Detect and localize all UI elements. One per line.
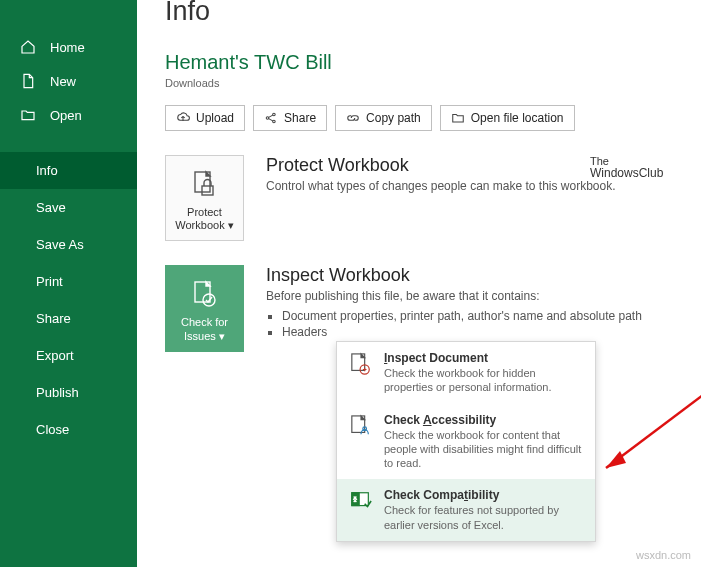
inspect-heading: Inspect Workbook	[266, 265, 687, 286]
link-icon	[346, 111, 360, 125]
share-button[interactable]: Share	[253, 105, 327, 131]
doc-icon	[20, 73, 36, 89]
svg-rect-4	[202, 186, 213, 195]
watermark: wsxdn.com	[636, 549, 691, 561]
nav-info[interactable]: Info	[0, 152, 137, 189]
copy-path-button[interactable]: Copy path	[335, 105, 432, 131]
file-title: Hemant's TWC Bill	[165, 51, 701, 74]
toolbar: Upload Share Copy path Open file locatio…	[165, 105, 701, 131]
nav-open-label: Open	[50, 108, 82, 123]
attribution: The WindowsClub	[590, 155, 663, 180]
check-issues-button[interactable]: Check for Issues ▾	[165, 265, 244, 351]
check-doc-icon	[189, 278, 221, 310]
menu-check-compatibility[interactable]: Check Compatibility Check for features n…	[337, 479, 595, 541]
upload-icon	[176, 111, 190, 125]
svg-point-0	[266, 117, 269, 120]
inspect-desc: Before publishing this file, be aware th…	[266, 289, 687, 303]
svg-line-13	[606, 328, 701, 468]
menu-item-title: Inspect Document	[384, 351, 585, 365]
menu-item-title: Check Accessibility	[384, 413, 585, 427]
menu-inspect-document[interactable]: Inspect Document Check the workbook for …	[337, 342, 595, 404]
nav-share[interactable]: Share	[0, 300, 137, 337]
file-location: Downloads	[165, 77, 701, 89]
lock-doc-icon	[189, 168, 221, 200]
compatibility-icon	[347, 488, 375, 532]
svg-marker-14	[606, 451, 626, 468]
home-icon	[20, 39, 36, 55]
menu-check-accessibility[interactable]: Check Accessibility Check the workbook f…	[337, 404, 595, 480]
share-icon	[264, 111, 278, 125]
menu-item-title: Check Compatibility	[384, 488, 585, 502]
nav-new[interactable]: New	[0, 64, 137, 98]
nav-new-label: New	[50, 74, 76, 89]
nav-home-label: Home	[50, 40, 85, 55]
check-issues-menu: Inspect Document Check the workbook for …	[336, 341, 596, 542]
annotation-arrow	[582, 320, 701, 490]
nav-print[interactable]: Print	[0, 263, 137, 300]
menu-item-desc: Check the workbook for content that peop…	[384, 428, 585, 471]
nav-save-as[interactable]: Save As	[0, 226, 137, 263]
folder-open-icon	[451, 111, 465, 125]
svg-point-1	[273, 113, 276, 116]
backstage-sidebar: Home New Open Info Save Save As Print Sh…	[0, 0, 137, 567]
menu-item-desc: Check for features not supported by earl…	[384, 503, 585, 532]
svg-point-2	[273, 120, 276, 123]
page-title: Info	[165, 0, 701, 27]
inspect-doc-icon	[347, 351, 375, 395]
main-panel: Info Hemant's TWC Bill Downloads Upload …	[137, 0, 701, 567]
nav-publish[interactable]: Publish	[0, 374, 137, 411]
open-location-button[interactable]: Open file location	[440, 105, 575, 131]
menu-item-desc: Check the workbook for hidden properties…	[384, 366, 585, 395]
nav-close[interactable]: Close	[0, 411, 137, 448]
accessibility-icon	[347, 413, 375, 471]
nav-save[interactable]: Save	[0, 189, 137, 226]
protect-workbook-button[interactable]: Protect Workbook ▾	[165, 155, 244, 241]
upload-button[interactable]: Upload	[165, 105, 245, 131]
nav-home[interactable]: Home	[0, 30, 137, 64]
nav-open[interactable]: Open	[0, 98, 137, 132]
folder-icon	[20, 107, 36, 123]
nav-export[interactable]: Export	[0, 337, 137, 374]
protect-desc: Control what types of changes people can…	[266, 179, 687, 193]
